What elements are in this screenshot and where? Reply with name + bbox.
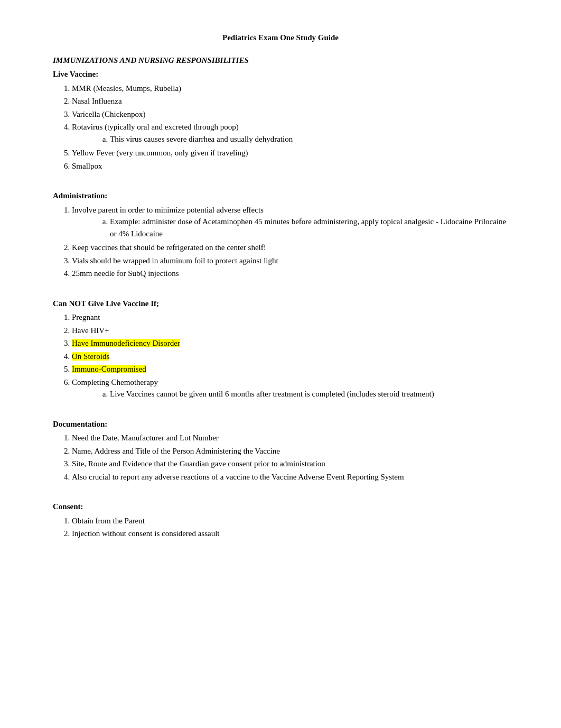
list-item: On Steroids xyxy=(72,351,508,363)
consent-list: Obtain from the Parent Injection without… xyxy=(72,515,508,540)
list-item: Immuno-Compromised xyxy=(72,363,508,375)
list-item: MMR (Measles, Mumps, Rubella) xyxy=(72,82,508,95)
list-item: Live Vaccines cannot be given until 6 mo… xyxy=(110,388,508,400)
consent-heading: Consent: xyxy=(53,501,508,513)
documentation-heading: Documentation: xyxy=(53,418,508,430)
cannot-give-subsection: Can NOT Give Live Vaccine If; Pregnant H… xyxy=(53,298,508,400)
list-item: This virus causes severe diarrhea and us… xyxy=(110,133,508,145)
sub-list: Example: administer dose of Acetaminophe… xyxy=(110,216,508,239)
sub-list: This virus causes severe diarrhea and us… xyxy=(110,133,508,145)
immunizations-section: IMMUNIZATIONS AND NURSING RESPONSIBILITI… xyxy=(53,54,508,540)
list-item: Site, Route and Evidence that the Guardi… xyxy=(72,458,508,470)
list-item: Smallpox xyxy=(72,160,508,172)
immunizations-heading: IMMUNIZATIONS AND NURSING RESPONSIBILITI… xyxy=(53,54,508,67)
list-item: Rotavirus (typically oral and excreted t… xyxy=(72,121,508,145)
list-item: Need the Date, Manufacturer and Lot Numb… xyxy=(72,432,508,444)
list-item: Name, Address and Title of the Person Ad… xyxy=(72,445,508,457)
list-item: Completing Chemotherapy Live Vaccines ca… xyxy=(72,376,508,400)
list-item: Keep vaccines that should be refrigerate… xyxy=(72,242,508,254)
live-vaccine-subsection: Live Vaccine: MMR (Measles, Mumps, Rubel… xyxy=(53,68,508,172)
administration-list: Involve parent in order to minimize pote… xyxy=(72,204,508,280)
administration-heading: Administration: xyxy=(53,190,508,202)
list-item: 25mm needle for SubQ injections xyxy=(72,268,508,280)
list-item: Injection without consent is considered … xyxy=(72,528,508,540)
list-item: Nasal Influenza xyxy=(72,95,508,107)
list-item: Varicella (Chickenpox) xyxy=(72,108,508,121)
list-item: Involve parent in order to minimize pote… xyxy=(72,204,508,240)
page-title: Pediatrics Exam One Study Guide xyxy=(53,32,508,44)
page-container: Pediatrics Exam One Study Guide IMMUNIZA… xyxy=(53,32,508,540)
list-item: Have HIV+ xyxy=(72,325,508,337)
list-item: Obtain from the Parent xyxy=(72,515,508,527)
live-vaccine-list: MMR (Measles, Mumps, Rubella) Nasal Infl… xyxy=(72,82,508,172)
list-item: Also crucial to report any adverse react… xyxy=(72,471,508,483)
list-item: Vials should be wrapped in aluminum foil… xyxy=(72,255,508,267)
documentation-subsection: Documentation: Need the Date, Manufactur… xyxy=(53,418,508,483)
list-item: Yellow Fever (very uncommon, only given … xyxy=(72,147,508,159)
consent-subsection: Consent: Obtain from the Parent Injectio… xyxy=(53,501,508,540)
cannot-give-heading: Can NOT Give Live Vaccine If; xyxy=(53,298,508,310)
live-vaccine-heading: Live Vaccine: xyxy=(53,68,508,80)
list-item: Example: administer dose of Acetaminophe… xyxy=(110,216,508,239)
list-item: Have Immunodeficiency Disorder xyxy=(72,337,508,349)
administration-subsection: Administration: Involve parent in order … xyxy=(53,190,508,280)
sub-list: Live Vaccines cannot be given until 6 mo… xyxy=(110,388,508,400)
cannot-give-list: Pregnant Have HIV+ Have Immunodeficiency… xyxy=(72,311,508,400)
list-item: Pregnant xyxy=(72,311,508,324)
documentation-list: Need the Date, Manufacturer and Lot Numb… xyxy=(72,432,508,483)
